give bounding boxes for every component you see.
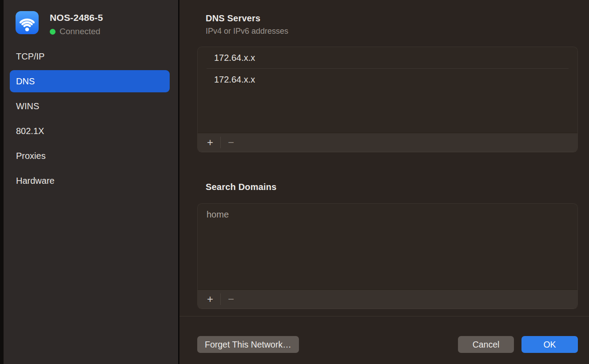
dns-servers-list: 172.64.x.x 172.64.x.x + − (197, 47, 578, 152)
search-domains-title: Search Domains (206, 182, 277, 192)
sidebar-item-wins[interactable]: WINS (10, 95, 170, 117)
dns-servers-subtitle: IPv4 or IPv6 addresses (206, 27, 288, 36)
remove-search-domain-button[interactable]: − (223, 294, 239, 305)
sidebar-item-label: WINS (16, 101, 39, 111)
sidebar-item-label: DNS (16, 76, 35, 87)
window-edge-strip (0, 0, 4, 364)
search-domain-row[interactable]: home (198, 204, 577, 225)
sidebar-nav: TCP/IP DNS WINS 802.1X Proxies Hardware (10, 45, 170, 194)
remove-dns-server-button[interactable]: − (223, 137, 239, 148)
connected-status-dot-icon (50, 29, 56, 35)
dns-server-row[interactable]: 172.64.x.x (198, 47, 577, 68)
network-status-label: Connected (60, 27, 100, 36)
action-bar-divider (179, 316, 589, 317)
dns-server-row[interactable]: 172.64.x.x (198, 69, 577, 90)
add-search-domain-button[interactable]: + (202, 294, 218, 305)
search-domains-toolbar: + − (198, 289, 577, 309)
plus-icon: + (207, 293, 213, 305)
dns-server-value: 172.64.x.x (214, 53, 255, 63)
minus-icon: − (228, 293, 234, 305)
dns-servers-title: DNS Servers (206, 13, 288, 24)
sidebar-item-label: 802.1X (16, 126, 44, 136)
ok-button[interactable]: OK (521, 336, 578, 353)
search-domain-value: home (207, 210, 229, 220)
dns-servers-header: DNS Servers IPv4 or IPv6 addresses (206, 13, 288, 36)
sidebar-item-label: TCP/IP (16, 51, 44, 62)
action-bar: Forget This Network… Cancel OK (197, 336, 578, 353)
add-dns-server-button[interactable]: + (202, 137, 218, 148)
search-domains-list: home + − (197, 203, 578, 309)
dns-server-value: 172.64.x.x (214, 75, 255, 85)
sidebar-item-hardware[interactable]: Hardware (10, 170, 170, 192)
forget-network-button[interactable]: Forget This Network… (197, 336, 299, 353)
network-info: NOS-2486-5 Connected (50, 11, 103, 36)
sidebar-item-dns[interactable]: DNS (10, 70, 170, 92)
minus-icon: − (228, 136, 234, 148)
sidebar-item-label: Hardware (16, 176, 55, 186)
wifi-icon (16, 11, 39, 34)
dns-servers-toolbar: + − (198, 133, 577, 152)
toolbar-divider (220, 293, 221, 305)
search-domains-header: Search Domains (206, 182, 277, 192)
cancel-button[interactable]: Cancel (458, 336, 514, 353)
network-header: NOS-2486-5 Connected (16, 11, 103, 36)
sidebar-item-tcpip[interactable]: TCP/IP (10, 45, 170, 67)
network-status: Connected (50, 27, 103, 36)
toolbar-divider (220, 137, 221, 148)
sidebar-item-8021x[interactable]: 802.1X (10, 120, 170, 142)
sidebar-item-label: Proxies (16, 151, 46, 161)
plus-icon: + (207, 136, 213, 148)
sidebar-item-proxies[interactable]: Proxies (10, 145, 170, 167)
sidebar: NOS-2486-5 Connected TCP/IP DNS WINS 802… (4, 0, 178, 364)
dns-settings-panel: DNS Servers IPv4 or IPv6 addresses 172.6… (179, 0, 589, 364)
network-name: NOS-2486-5 (50, 12, 103, 23)
